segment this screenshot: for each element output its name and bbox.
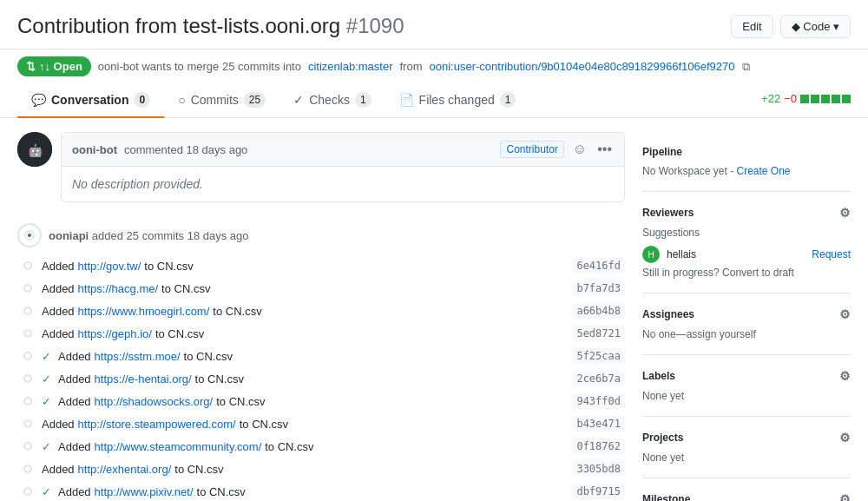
from-text: from bbox=[400, 60, 423, 73]
meta-text: ooni-bot wants to merge 25 commits into bbox=[98, 60, 301, 73]
commit-dot-icon bbox=[23, 261, 32, 270]
milestone-gear-icon[interactable]: ⚙ bbox=[839, 492, 851, 501]
commit-added-text: Added bbox=[42, 463, 75, 476]
commit-dot-wrapper bbox=[21, 259, 35, 273]
commit-added-text: Added bbox=[58, 395, 91, 408]
pr-title: Contribution from test-lists.ooni.org #1… bbox=[17, 14, 404, 38]
commit-added-text: Added bbox=[42, 418, 75, 431]
create-one-link[interactable]: Create One bbox=[737, 165, 791, 177]
commit-url-link[interactable]: http://shadowsocks.org/ bbox=[95, 395, 214, 408]
commit-suffix: to CN.csv bbox=[184, 350, 233, 363]
commit-row: ✓Added http://www.steamcommunity.com/ to… bbox=[17, 435, 625, 458]
code-button[interactable]: ◆ Code ▾ bbox=[780, 15, 851, 38]
tab-commits[interactable]: ○ Commits 25 bbox=[164, 83, 279, 118]
commit-hash: b43e471 bbox=[572, 416, 625, 432]
commit-hash: 0f18762 bbox=[572, 438, 625, 454]
commit-url-link[interactable]: https://e-hentai.org/ bbox=[95, 372, 192, 386]
commit-dot-wrapper bbox=[21, 462, 35, 476]
reviewer-avatar: H bbox=[642, 246, 660, 263]
more-button[interactable]: ••• bbox=[595, 140, 614, 159]
commit-url-link[interactable]: http://gov.tw/ bbox=[78, 260, 141, 273]
assignees-title-text: Assignees bbox=[642, 308, 694, 320]
commit-added-text: Added bbox=[58, 485, 91, 498]
commit-row: Added http://store.steampowered.com/ to … bbox=[17, 412, 625, 435]
sidebar-assignees-title: Assignees ⚙ bbox=[642, 307, 851, 321]
commit-row: Added https://www.hmoegirl.com/ to CN.cs… bbox=[17, 300, 625, 322]
commit-row-inner: Added https://hacg.me/ to CN.csvb7fa7d3 bbox=[42, 280, 625, 296]
tab-checks[interactable]: ✓ Checks 1 bbox=[279, 83, 385, 118]
head-branch-link[interactable]: ooni:user-contribution/9b0104e04e80c8918… bbox=[430, 60, 735, 73]
commit-dot-icon bbox=[23, 284, 32, 293]
commit-dot-wrapper bbox=[21, 394, 35, 408]
commit-hash: 5ed8721 bbox=[572, 326, 625, 341]
commit-hash: 2ce6b7a bbox=[572, 371, 625, 386]
commit-dot-icon bbox=[23, 442, 32, 451]
sidebar-pipeline-title: Pipeline bbox=[642, 146, 851, 158]
reviewers-gear-icon[interactable]: ⚙ bbox=[839, 206, 851, 220]
commit-row-inner: ✓Added http://www.pixiv.net/ to CN.csvdb… bbox=[42, 484, 625, 499]
open-badge: ⇅ ↑↓ Open bbox=[17, 56, 91, 76]
copy-icon[interactable]: ⧉ bbox=[742, 60, 750, 74]
commit-added-text: Added bbox=[42, 305, 75, 318]
comment-box: ooni-bot commented 18 days ago Contribut… bbox=[61, 132, 625, 202]
diff-block-4 bbox=[832, 95, 840, 103]
commit-row-inner: Added http://store.steampowered.com/ to … bbox=[42, 416, 625, 432]
commit-row: ✓Added https://sstm.moe/ to CN.csv5f25ca… bbox=[17, 345, 625, 367]
commit-added-text: Added bbox=[42, 282, 75, 295]
commits-section: ooniapi added 25 commits 18 days ago Add… bbox=[17, 216, 625, 501]
comment-wrapper: 🤖 ooni-bot commented 18 days ago Contrib… bbox=[17, 132, 625, 216]
commit-dot-wrapper bbox=[21, 281, 35, 295]
commit-suffix: to CN.csv bbox=[265, 440, 313, 453]
tab-conversation[interactable]: 💬 Conversation 0 bbox=[17, 83, 164, 118]
commit-dot-icon bbox=[23, 465, 32, 473]
base-branch-link[interactable]: citizenlab:master bbox=[308, 60, 393, 73]
check-icon: ✓ bbox=[42, 350, 51, 363]
commit-dot-icon bbox=[23, 487, 32, 496]
projects-gear-icon[interactable]: ⚙ bbox=[839, 431, 851, 445]
commit-url-link[interactable]: https://geph.io/ bbox=[78, 327, 152, 340]
commit-row: Added https://hacg.me/ to CN.csvb7fa7d3 bbox=[17, 277, 625, 300]
tab-files-changed-label: Files changed bbox=[419, 93, 495, 107]
commit-url-link[interactable]: https://www.hmoegirl.com/ bbox=[78, 305, 210, 318]
commit-hash: a66b4b8 bbox=[572, 303, 625, 319]
commits-action: added 25 commits bbox=[92, 229, 184, 242]
commit-added-text: Added bbox=[58, 440, 91, 453]
draft-text: Still in progress? Convert to draft bbox=[642, 267, 794, 279]
tab-files-changed[interactable]: 📄 Files changed 1 bbox=[385, 83, 530, 118]
commit-hash: 5f25caa bbox=[572, 348, 625, 364]
pipeline-no-workspace: No Workspace yet - bbox=[642, 165, 733, 177]
commit-url-link[interactable]: https://hacg.me/ bbox=[78, 282, 159, 295]
sidebar-projects-title: Projects ⚙ bbox=[642, 431, 851, 445]
commit-url-link[interactable]: http://store.steampowered.com/ bbox=[78, 418, 236, 431]
check-icon: ✓ bbox=[42, 440, 51, 453]
diff-block-5 bbox=[842, 95, 851, 103]
svg-text:🤖: 🤖 bbox=[28, 143, 43, 158]
commit-hash: dbf9715 bbox=[572, 484, 625, 499]
edit-button[interactable]: Edit bbox=[731, 15, 773, 38]
commit-url-link[interactable]: http://exhentai.org/ bbox=[78, 463, 172, 476]
labels-title-text: Labels bbox=[642, 370, 675, 382]
commit-suffix: to CN.csv bbox=[174, 463, 223, 476]
commit-url-link[interactable]: https://sstm.moe/ bbox=[95, 350, 181, 363]
assignees-gear-icon[interactable]: ⚙ bbox=[839, 307, 851, 321]
commit-hash: 6e416fd bbox=[572, 258, 625, 274]
commit-hash: b7fa7d3 bbox=[572, 280, 625, 296]
commit-url-link[interactable]: http://www.pixiv.net/ bbox=[95, 485, 194, 498]
sidebar-labels-title: Labels ⚙ bbox=[642, 369, 851, 383]
commit-dot-wrapper bbox=[21, 417, 35, 431]
commit-dot-wrapper bbox=[21, 439, 35, 453]
smile-button[interactable]: ☺ bbox=[571, 140, 589, 159]
pr-header: Contribution from test-lists.ooni.org #1… bbox=[0, 0, 868, 49]
main-layout: 🤖 ooni-bot commented 18 days ago Contrib… bbox=[0, 118, 868, 501]
commenter-avatar: 🤖 bbox=[17, 132, 52, 167]
diff-block-1 bbox=[800, 95, 809, 103]
projects-title-text: Projects bbox=[642, 432, 683, 444]
commit-suffix: to CN.csv bbox=[197, 485, 246, 498]
commit-url-link[interactable]: http://www.steamcommunity.com/ bbox=[95, 440, 262, 453]
comment-time: commented 18 days ago bbox=[124, 143, 247, 156]
commit-suffix: to CN.csv bbox=[240, 418, 288, 431]
commit-dot-wrapper bbox=[21, 326, 35, 340]
request-link[interactable]: Request bbox=[812, 248, 851, 260]
commit-row-inner: ✓Added http://shadowsocks.org/ to CN.csv… bbox=[42, 393, 625, 409]
labels-gear-icon[interactable]: ⚙ bbox=[839, 369, 851, 383]
